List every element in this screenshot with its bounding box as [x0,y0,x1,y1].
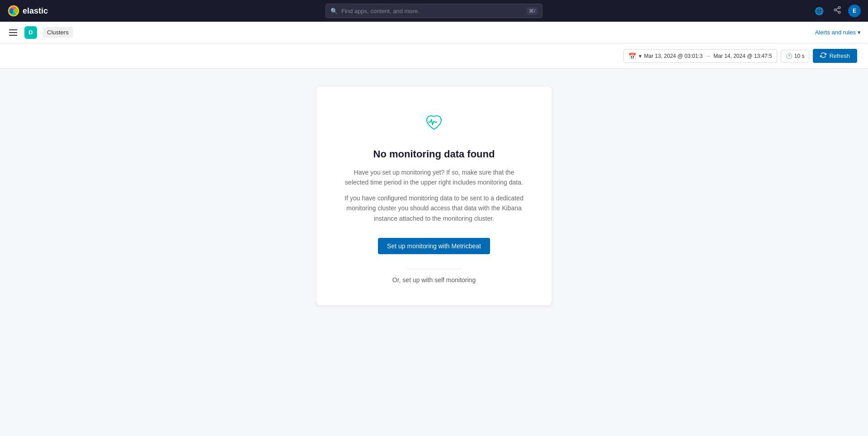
secondary-nav: D Clusters Alerts and rules ▾ [0,22,868,43]
empty-state-desc2: If you have configured monitoring data t… [344,193,524,223]
app-icon: D [24,26,37,39]
setup-metricbeat-button[interactable]: Set up monitoring with Metricbeat [378,238,490,254]
alerts-rules-label: Alerts and rules [815,29,856,36]
date-arrow: → [705,53,711,59]
date-from: Mar 13, 2024 @ 03:01:3 [644,53,703,59]
monitor-icon [420,109,448,137]
divider [407,269,461,269]
date-to: Mar 14, 2024 @ 13:47:5 [713,53,772,59]
svg-point-7 [838,11,840,14]
toolbar: 📅 ▾ Mar 13, 2024 @ 03:01:3 → Mar 14, 202… [0,43,868,69]
svg-point-5 [838,7,840,9]
hamburger-line [9,29,17,30]
refresh-label: Refresh [829,52,850,59]
search-bar-container: 🔍 ⌘/ [326,4,542,18]
chevron-down-icon: ▾ [858,29,861,36]
refresh-interval-value: 10 s [794,53,805,59]
search-input[interactable] [341,8,523,14]
date-range-picker[interactable]: 📅 ▾ Mar 13, 2024 @ 03:01:3 → Mar 14, 202… [623,49,777,63]
search-shortcut: ⌘/ [527,7,538,15]
search-bar[interactable]: 🔍 ⌘/ [326,4,542,18]
elastic-logo-text: elastic [23,6,48,16]
calendar-icon: 📅 [628,52,636,60]
hamburger-menu-button[interactable] [7,28,19,38]
avatar[interactable]: E [848,5,861,17]
empty-state-card: No monitoring data found Have you set up… [316,87,552,305]
top-nav: elastic 🔍 ⌘/ 🌐 E [0,0,868,22]
main-content: No monitoring data found Have you set up… [0,69,868,436]
globe-icon: 🌐 [815,7,824,15]
globe-icon-button[interactable]: 🌐 [812,4,826,18]
nav-right: 🌐 E [812,4,861,18]
refresh-icon [820,52,826,60]
svg-point-3 [9,8,13,14]
chevron-down-icon: ▾ [639,53,642,59]
hamburger-line [9,35,17,36]
svg-line-9 [836,8,838,9]
svg-point-4 [14,8,18,14]
alerts-rules-button[interactable]: Alerts and rules ▾ [815,29,861,36]
elastic-logo[interactable]: elastic [7,5,48,17]
self-monitor-text: Or, set up with self monitoring [344,276,524,284]
empty-state-desc1: Have you set up monitoring yet? If so, m… [344,167,524,188]
clock-icon: 🕐 [786,53,793,59]
empty-state-title: No monitoring data found [344,148,524,160]
refresh-interval-selector[interactable]: 🕐 10 s [781,50,810,62]
share-icon [833,6,841,16]
svg-point-6 [834,9,836,11]
self-monitor-label: Or, set up with self monitoring [392,276,476,284]
svg-line-8 [836,10,838,12]
share-icon-button[interactable] [830,4,844,18]
secondary-nav-left: D Clusters [7,26,73,39]
breadcrumb-clusters[interactable]: Clusters [42,27,73,38]
refresh-button[interactable]: Refresh [813,49,857,63]
hamburger-line [9,32,17,33]
search-icon: 🔍 [330,8,338,14]
